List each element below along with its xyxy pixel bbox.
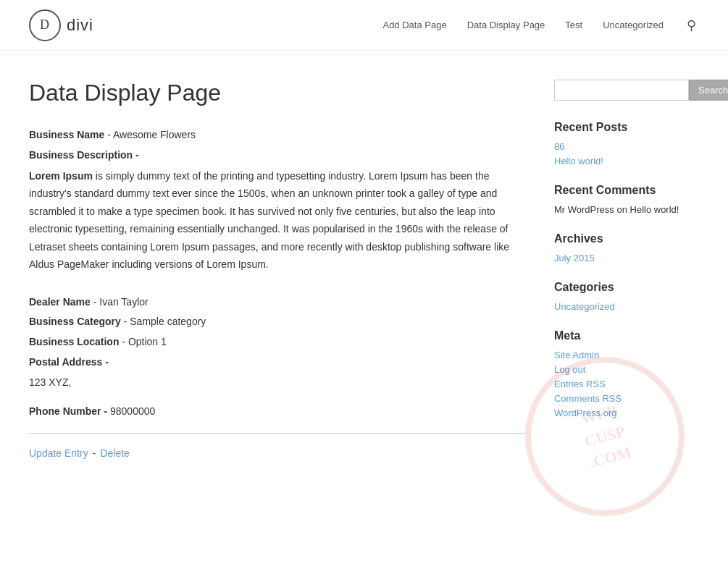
delete-link[interactable]: Delete [100,445,129,463]
categories-section: Categories Uncategorized [554,281,699,312]
meta-site-admin[interactable]: Site Admin [554,350,699,360]
business-category-value: - Sample category [121,316,206,327]
sidebar: Search Recent Posts 86 Hello world! Rece… [554,80,699,463]
actions-separator: - [93,445,96,463]
meta-wordpress-org[interactable]: WordPress.org [554,408,699,418]
recent-comments-heading: Recent Comments [554,184,699,197]
dealer-name-row: Dealer Name - Ivan Taylor [29,294,525,311]
site-header: D divi Add Data Page Data Display Page T… [0,0,728,51]
business-description-row: Business Description - [29,147,525,164]
recent-posts-heading: Recent Posts [554,121,699,134]
categories-heading: Categories [554,281,699,294]
postal-address-value: 123 XYZ, [29,374,525,392]
lorem-block: Lorem Ipsum is simply dummy text of the … [29,167,525,274]
search-input[interactable] [554,80,689,101]
lorem-label: Lorem Ipsum [29,170,93,182]
archives-heading: Archives [554,232,699,245]
entry-actions: Update Entry - Delete [29,445,525,463]
meta-entries-rss[interactable]: Entries RSS [554,379,699,389]
recent-comment-1: Mr WordPress on Hello world! [554,204,699,215]
postal-address-row: Postal Address - [29,354,525,371]
nav-add-data-page[interactable]: Add Data Page [382,20,446,30]
business-name-label: Business Name [29,129,104,140]
business-location-value: - Option 1 [119,336,166,347]
archive-july-2015[interactable]: July 2015 [554,253,699,263]
nav-data-display-page[interactable]: Data Display Page [467,20,545,30]
site-nav: Add Data Page Data Display Page Test Unc… [382,14,699,36]
meta-heading: Meta [554,329,699,342]
recent-post-hello-world[interactable]: Hello world! [554,156,699,166]
dealer-section: Dealer Name - Ivan Taylor Business Categ… [29,294,525,392]
logo-letter: D [40,17,50,33]
dealer-name-label: Dealer Name [29,296,91,308]
category-uncategorized[interactable]: Uncategorized [554,301,699,312]
business-location-label: Business Location [29,336,119,347]
recent-posts-section: Recent Posts 86 Hello world! [554,121,699,166]
dealer-name-value: - Ivan Taylor [91,296,148,308]
site-logo: D divi [29,9,93,41]
meta-log-out[interactable]: Log out [554,364,699,375]
business-location-row: Business Location - Option 1 [29,334,525,351]
recent-comments-section: Recent Comments Mr WordPress on Hello wo… [554,184,699,215]
phone-number-label: Phone Number - [29,405,107,417]
business-category-label: Business Category [29,316,121,327]
phone-number-value: 98000000 [107,405,155,417]
site-main: Data Display Page Business Name - Awesom… [0,51,728,491]
recent-post-86[interactable]: 86 [554,141,699,152]
nav-test[interactable]: Test [565,20,582,30]
archives-section: Archives July 2015 [554,232,699,263]
business-name-value: - Awesome Flowers [104,129,196,140]
meta-comments-rss[interactable]: Comments RSS [554,393,699,404]
content-area: Data Display Page Business Name - Awesom… [29,80,525,463]
search-widget: Search [554,80,699,101]
entry-content: Business Name - Awesome Flowers Business… [29,127,525,463]
page-title: Data Display Page [29,80,525,106]
search-button[interactable]: Search [689,80,728,101]
header-search-icon-button[interactable]: ⚲ [684,14,699,36]
nav-uncategorized[interactable]: Uncategorized [603,20,664,30]
logo-name: divi [67,16,93,35]
business-description-label: Business Description - [29,149,139,161]
business-name-row: Business Name - Awesome Flowers [29,127,525,144]
meta-section: Meta Site Admin Log out Entries RSS Comm… [554,329,699,418]
lorem-text: is simply dummy text of the printing and… [29,170,509,271]
postal-address-label: Postal Address - [29,356,109,368]
update-entry-link[interactable]: Update Entry [29,445,88,463]
logo-circle: D [29,9,61,41]
phone-section: Phone Number - 98000000 [29,403,525,434]
business-category-row: Business Category - Sample category [29,313,525,331]
